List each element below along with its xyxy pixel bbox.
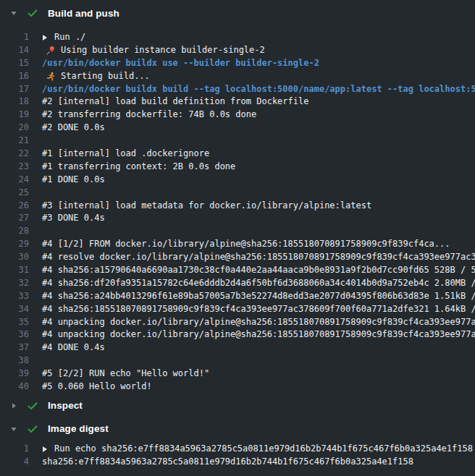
- log-text: #4 DONE 0.4s: [42, 341, 105, 354]
- chevron-down-icon[interactable]: [10, 425, 17, 433]
- chevron-wrap[interactable]: [10, 9, 17, 17]
- log-line-text: Run echo sha256:e7ff8834a5963a2785c5a081…: [29, 443, 473, 456]
- pushpin-icon-wrap: [45, 46, 56, 56]
- line-number[interactable]: 4: [0, 456, 29, 469]
- log-line-text: #2 [internal] load build definition from…: [29, 95, 308, 109]
- log-line-text: #3 DONE 0.4s: [29, 212, 105, 225]
- line-number[interactable]: 34: [0, 303, 29, 316]
- log-block-image-digest: 1Run echo sha256:e7ff8834a5963a2785c5a08…: [0, 443, 475, 469]
- log-line: 25: [0, 187, 475, 200]
- log-text: Run echo sha256:e7ff8834a5963a2785c5a081…: [54, 443, 473, 456]
- line-number[interactable]: 30: [0, 251, 29, 264]
- section-header-build-and-push[interactable]: Build and push: [0, 0, 475, 26]
- line-number[interactable]: 19: [0, 109, 29, 122]
- log-line: 23#1 transferring context: 2B 0.0s done: [0, 161, 475, 174]
- line-number[interactable]: 15: [0, 57, 29, 70]
- line-number[interactable]: 35: [0, 316, 29, 329]
- log-line: 27#3 DONE 0.4s: [0, 212, 475, 225]
- log-line-text: #1 DONE 0.0s: [29, 174, 105, 187]
- runner-icon: [46, 72, 56, 82]
- section-title: Inspect: [48, 400, 83, 411]
- log-line-text: sha256:e7ff8834a5963a2785c5a0811e979d16b…: [29, 456, 413, 469]
- log-text: #4 unpacking docker.io/library/alpine@sh…: [42, 316, 475, 329]
- run-toggle-icon[interactable]: [42, 446, 48, 453]
- log-line: 21: [0, 135, 475, 148]
- line-number[interactable]: 39: [0, 367, 29, 381]
- line-number[interactable]: 33: [0, 290, 29, 303]
- log-text: #2 [internal] load build definition from…: [42, 95, 308, 109]
- line-number[interactable]: 16: [0, 70, 29, 83]
- chevron-wrap[interactable]: [10, 402, 17, 409]
- section-header-inspect[interactable]: Inspect: [0, 398, 475, 414]
- line-number[interactable]: 29: [0, 238, 29, 251]
- line-number[interactable]: 31: [0, 264, 29, 277]
- line-number[interactable]: 1: [0, 443, 29, 456]
- workflow-log: Build and push1Run ./14Using builder ins…: [0, 0, 475, 469]
- line-number[interactable]: 17: [0, 83, 29, 96]
- check-icon: [27, 7, 38, 19]
- line-number[interactable]: 23: [0, 161, 29, 174]
- log-block-build-and-push: 1Run ./14Using builder instance builder-…: [0, 31, 475, 394]
- log-line-text: /usr/bin/docker buildx use --builder bui…: [29, 57, 319, 70]
- runner-icon-wrap: [45, 72, 56, 82]
- run-toggle-icon[interactable]: [42, 34, 48, 41]
- log-line: 29#4 [1/2] FROM docker.io/library/alpine…: [0, 238, 475, 251]
- log-line-text: #1 transferring context: 2B 0.0s done: [29, 161, 235, 174]
- chevron-down-icon[interactable]: [10, 9, 17, 17]
- status-check-wrap: [27, 423, 38, 435]
- log-text: #1 DONE 0.0s: [42, 174, 105, 187]
- log-text: #2 DONE 0.0s: [42, 122, 105, 135]
- chevron-right-icon[interactable]: [10, 402, 17, 409]
- log-line: 18#2 [internal] load build definition fr…: [0, 95, 475, 109]
- chevron-wrap[interactable]: [10, 425, 17, 433]
- log-line: 36#4 unpacking docker.io/library/alpine@…: [0, 328, 475, 341]
- log-text: #4 sha256:a15790640a6690aa1730c38cf0a440…: [42, 264, 475, 277]
- log-line: 37#4 DONE 0.4s: [0, 341, 475, 354]
- log-line: 16Starting build...: [0, 70, 475, 83]
- log-text: #4 sha256:185518070891758909c9f839cf4ca3…: [42, 303, 475, 316]
- log-line: 31#4 sha256:a15790640a6690aa1730c38cf0a4…: [0, 264, 475, 277]
- log-line: 34#4 sha256:185518070891758909c9f839cf4c…: [0, 303, 475, 316]
- log-text: /usr/bin/docker buildx use --builder bui…: [42, 57, 319, 70]
- log-line: 4sha256:e7ff8834a5963a2785c5a0811e979d16…: [0, 456, 475, 469]
- line-number[interactable]: 40: [0, 381, 29, 394]
- line-number[interactable]: 14: [0, 44, 29, 57]
- line-number[interactable]: 36: [0, 328, 29, 341]
- log-line-text: #5 0.060 Hello world!: [29, 381, 152, 394]
- section-header-image-digest[interactable]: Image digest: [0, 421, 475, 437]
- log-line[interactable]: 1Run ./: [0, 31, 475, 44]
- log-line: 32#4 sha256:df20fa9351a15782c64e6dddb2d4…: [0, 277, 475, 290]
- log-line: 15/usr/bin/docker buildx use --builder b…: [0, 57, 475, 70]
- log-text: #2 transferring dockerfile: 74B 0.0s don…: [42, 109, 256, 122]
- line-number[interactable]: 22: [0, 148, 29, 161]
- log-line-text: #1 [internal] load .dockerignore: [29, 148, 209, 161]
- log-line[interactable]: 1Run echo sha256:e7ff8834a5963a2785c5a08…: [0, 443, 475, 456]
- line-number[interactable]: 32: [0, 277, 29, 290]
- log-text: #3 DONE 0.4s: [42, 212, 105, 225]
- line-number[interactable]: 24: [0, 174, 29, 187]
- check-icon: [27, 400, 38, 412]
- run-toggle-wrap[interactable]: [42, 34, 48, 41]
- log-line-text: #4 sha256:a15790640a6690aa1730c38cf0a440…: [29, 264, 475, 277]
- log-text: #5 0.060 Hello world!: [42, 381, 152, 394]
- line-number[interactable]: 20: [0, 122, 29, 135]
- log-line-text: #4 unpacking docker.io/library/alpine@sh…: [29, 316, 475, 329]
- log-line-text: Starting build...: [29, 70, 150, 83]
- log-line: 20#2 DONE 0.0s: [0, 122, 475, 135]
- log-text: Starting build...: [61, 70, 150, 83]
- line-number[interactable]: 26: [0, 200, 29, 213]
- line-number[interactable]: 21: [0, 135, 29, 148]
- line-number[interactable]: 37: [0, 341, 29, 354]
- log-text: sha256:e7ff8834a5963a2785c5a0811e979d16b…: [42, 456, 413, 469]
- line-number[interactable]: 38: [0, 354, 29, 367]
- line-number[interactable]: 28: [0, 225, 29, 238]
- line-number[interactable]: 18: [0, 95, 29, 109]
- run-toggle-wrap[interactable]: [42, 446, 48, 453]
- log-text: #4 sha256:df20fa9351a15782c64e6dddb2d4a6…: [42, 277, 475, 290]
- line-number[interactable]: 1: [0, 31, 29, 44]
- log-text: Run ./: [54, 31, 85, 44]
- log-line-text: #4 unpacking docker.io/library/alpine@sh…: [29, 328, 475, 341]
- log-line: 22#1 [internal] load .dockerignore: [0, 148, 475, 161]
- line-number[interactable]: 25: [0, 187, 29, 200]
- line-number[interactable]: 27: [0, 212, 29, 225]
